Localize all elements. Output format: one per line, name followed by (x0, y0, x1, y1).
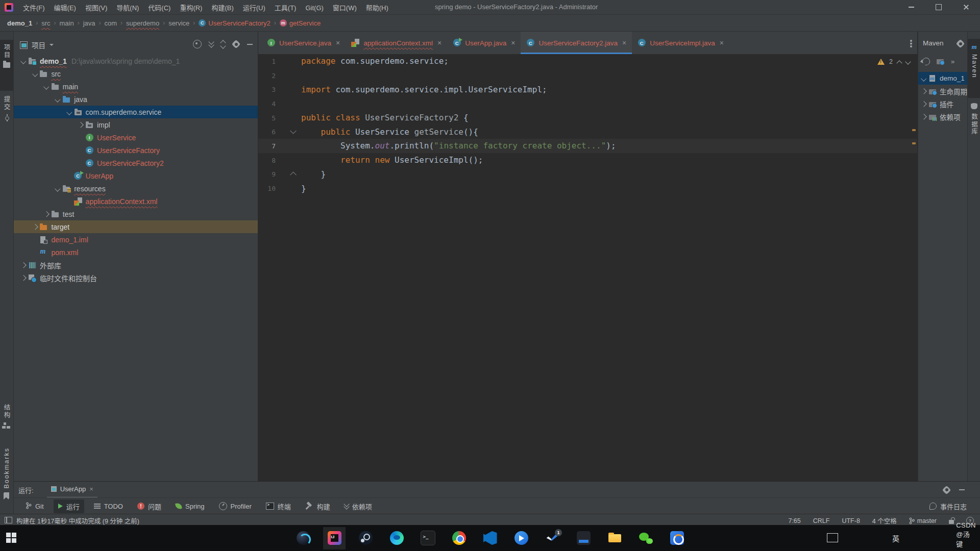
breadcrumb-item-java[interactable]: java (83, 19, 95, 27)
taskbar-icon-dark-app[interactable] (576, 531, 591, 546)
strip-tab-数据库[interactable]: 数据库 (968, 99, 980, 152)
maven-row-依赖项[interactable]: 依赖项 (918, 110, 967, 123)
code-line-10[interactable]: 10} (258, 181, 917, 195)
tree-row-外部库[interactable]: 外部库 (14, 259, 258, 271)
editor-tab-UserApp.java[interactable]: UserApp.java× (447, 32, 521, 54)
menu-item-9[interactable]: Git(G) (301, 4, 328, 12)
tool-window-button-运行[interactable]: 运行 (54, 499, 84, 513)
chevron-right-icon[interactable] (921, 115, 927, 119)
tool-window-button-问题[interactable]: !问题 (133, 499, 166, 513)
file-encoding[interactable]: UTF-8 (842, 517, 860, 524)
tree-row-UserService[interactable]: UserService (14, 131, 258, 144)
close-icon[interactable]: × (622, 39, 626, 47)
code-line-7[interactable]: 7 System.out.println("instance factory c… (258, 139, 917, 153)
caret-position[interactable]: 7:65 (788, 517, 800, 524)
strip-tab-提交[interactable]: 提交 (0, 92, 13, 135)
event-log-button[interactable]: 事件日志 (929, 502, 967, 511)
close-icon[interactable]: × (720, 39, 724, 47)
gear-icon[interactable] (957, 40, 964, 47)
tab-options-icon[interactable] (910, 40, 912, 47)
taskbar-icon-blue-app[interactable] (513, 531, 529, 546)
tree-row-UserServiceFactory[interactable]: UserServiceFactory (14, 144, 258, 157)
line-ending[interactable]: CRLF (813, 517, 830, 524)
breadcrumb-item-UserServiceFactory2[interactable]: CUserServiceFactory2 (199, 19, 270, 27)
taskbar-icon-media-player[interactable] (669, 531, 684, 546)
tool-window-button-终端[interactable]: 终端 (261, 499, 296, 513)
close-icon[interactable]: × (89, 485, 93, 493)
code-line-5[interactable]: 5public class UserServiceFactory2 { (258, 111, 917, 125)
strip-tab-项目[interactable]: 项目 (0, 40, 13, 91)
maven-refresh-icon[interactable] (921, 56, 931, 66)
gear-icon[interactable] (943, 487, 950, 493)
menu-item-6[interactable]: 构建(B) (207, 4, 238, 12)
unlock-icon[interactable] (949, 520, 954, 524)
taskbar-icon-tim[interactable]: 1 (545, 531, 560, 546)
tree-row-applicationContext.xml[interactable]: applicationContext.xml (14, 195, 258, 208)
chevron-right-icon[interactable] (32, 225, 38, 229)
collapse-all-icon[interactable] (221, 41, 225, 48)
code-line-8[interactable]: 8 return new UserServiceImpl(); (258, 153, 917, 167)
project-panel-title[interactable]: 项目 (32, 40, 45, 50)
tool-window-switcher-icon[interactable] (5, 517, 12, 523)
close-button[interactable] (952, 0, 980, 14)
gear-icon[interactable] (233, 41, 239, 47)
close-icon[interactable]: × (511, 39, 515, 47)
code-line-4[interactable]: 4 (258, 96, 917, 111)
chevron-right-icon[interactable] (43, 212, 50, 216)
chevron-right-icon[interactable] (20, 263, 27, 267)
locate-file-icon[interactable] (193, 40, 202, 48)
taskbar-icon-file-explorer[interactable] (607, 531, 622, 546)
fold-down-icon[interactable] (290, 128, 297, 134)
chevron-down-icon[interactable] (66, 110, 72, 114)
fold-up-icon[interactable] (290, 172, 297, 179)
chevron-right-icon[interactable] (20, 276, 27, 280)
tool-window-button-依赖项[interactable]: 依赖项 (340, 499, 377, 513)
taskbar-icon-terminal[interactable] (420, 531, 435, 546)
warning-stripe-mark[interactable] (912, 129, 916, 131)
taskbar-icon-wechat[interactable] (638, 531, 653, 546)
ime-indicator[interactable]: 英 (892, 533, 899, 543)
tree-row-临时文件和控制台[interactable]: 临时文件和控制台 (14, 271, 258, 284)
maven-row-demo_1[interactable]: demo_1 (918, 72, 967, 85)
tool-window-button-TODO[interactable]: TODO (89, 500, 128, 512)
editor-tab-UserServiceImpl.java[interactable]: UserServiceImpl.java× (632, 32, 729, 54)
chevron-down-icon[interactable] (50, 44, 54, 46)
code-line-1[interactable]: 1package com.superdemo.service; (258, 54, 917, 68)
tree-row-src[interactable]: src (14, 67, 258, 80)
close-icon[interactable]: × (336, 39, 340, 47)
tool-window-button-Git[interactable]: Git (21, 500, 48, 513)
chevron-down-icon[interactable] (43, 85, 50, 89)
maven-profiles-icon[interactable] (936, 57, 945, 65)
tree-row-UserServiceFactory2[interactable]: UserServiceFactory2 (14, 157, 258, 169)
chevron-down-icon[interactable] (921, 77, 927, 81)
chevron-right-icon[interactable] (78, 123, 84, 127)
menu-item-10[interactable]: 窗口(W) (328, 4, 361, 12)
taskbar-icon-intellij-idea[interactable] (327, 531, 342, 546)
taskbar-icon-steam[interactable] (358, 531, 373, 546)
tool-window-button-Spring[interactable]: Spring (171, 500, 209, 512)
inspection-widget[interactable]: 2 (877, 58, 910, 65)
tree-row-target[interactable]: target (14, 220, 258, 233)
more-icon[interactable]: » (951, 58, 954, 65)
strip-tab-结构[interactable]: 结构 (0, 404, 13, 438)
taskbar-icon-edge[interactable] (389, 531, 404, 546)
code-line-2[interactable]: 2 (258, 68, 917, 83)
menu-item-11[interactable]: 帮助(H) (361, 4, 393, 12)
maven-row-生命周期[interactable]: 生命周期 (918, 85, 967, 97)
tree-row-impl[interactable]: impl (14, 118, 258, 131)
menu-item-2[interactable]: 视图(V) (81, 4, 112, 12)
breadcrumb-item-com[interactable]: com (105, 19, 117, 27)
tree-row-main[interactable]: main (14, 80, 258, 93)
tool-window-button-Profiler[interactable]: Profiler (214, 500, 256, 512)
strip-tab-Maven[interactable]: mMaven (968, 39, 980, 98)
menu-item-7[interactable]: 运行(U) (238, 4, 270, 12)
taskbar-icon-chrome[interactable] (451, 531, 467, 546)
chevron-down-icon[interactable] (55, 187, 61, 191)
editor-tab-UserService.java[interactable]: UserService.java× (261, 32, 346, 54)
code-editor[interactable]: 1package com.superdemo.service;23import … (258, 54, 917, 481)
expand-all-icon[interactable] (209, 41, 213, 47)
breadcrumb-item-superdemo[interactable]: superdemo (126, 19, 159, 27)
tool-window-button-构建[interactable]: 构建 (301, 499, 335, 513)
menu-item-1[interactable]: 编辑(E) (50, 4, 81, 12)
maven-row-插件[interactable]: 插件 (918, 97, 967, 110)
